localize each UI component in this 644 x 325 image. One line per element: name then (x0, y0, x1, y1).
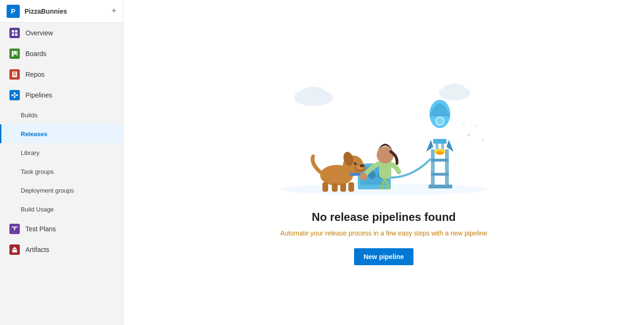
sidebar-item-label-taskgroups: Task groups (21, 168, 54, 175)
svg-rect-0 (12, 30, 14, 32)
svg-point-46 (354, 162, 357, 165)
svg-rect-52 (350, 173, 360, 176)
sidebar-item-label-artifacts: Artifacts (25, 246, 50, 253)
svg-rect-2 (12, 33, 14, 36)
svg-rect-49 (332, 183, 338, 192)
repos-icon (9, 69, 20, 80)
svg-rect-31 (433, 139, 446, 144)
svg-rect-26 (431, 173, 449, 176)
empty-illustration (266, 60, 502, 201)
sidebar-item-overview[interactable]: Overview (0, 23, 123, 43)
svg-point-58 (463, 122, 465, 124)
add-org-icon[interactable]: + (111, 6, 116, 16)
svg-point-30 (437, 118, 443, 124)
svg-point-7 (11, 94, 13, 96)
svg-rect-24 (445, 149, 449, 187)
svg-rect-33 (441, 144, 444, 149)
svg-point-59 (482, 139, 484, 141)
sidebar-item-artifacts[interactable]: Artifacts (0, 239, 123, 260)
testplans-icon (9, 224, 20, 234)
sidebar-item-label-boards: Boards (25, 50, 46, 57)
svg-rect-12 (12, 250, 17, 252)
sidebar-item-testplans[interactable]: Test Plans (0, 219, 123, 239)
empty-state-title: No release pipelines found (312, 211, 455, 224)
sidebar-header: P PizzaBunnies + (0, 0, 123, 23)
sidebar-item-label-repos: Repos (25, 71, 44, 78)
svg-rect-51 (348, 182, 354, 192)
main-content: No release pipelines found Automate your… (124, 0, 644, 325)
svg-point-22 (441, 90, 468, 100)
svg-rect-32 (436, 144, 438, 149)
org-name: PizzaBunnies (25, 8, 111, 15)
sidebar-item-boards[interactable]: Boards (0, 43, 123, 64)
sidebar-item-label-library: Library (21, 149, 40, 156)
new-pipeline-button[interactable]: New pipeline (354, 248, 413, 265)
sidebar-item-builds[interactable]: Builds (0, 106, 123, 124)
org-avatar: P (7, 5, 20, 18)
svg-rect-1 (15, 30, 17, 32)
svg-rect-25 (431, 159, 449, 162)
sidebar-item-label-builds: Builds (21, 112, 37, 119)
sidebar-item-label-pipelines: Pipelines (25, 91, 52, 99)
svg-rect-48 (322, 182, 328, 192)
boards-icon (9, 49, 20, 59)
sidebar-item-taskgroups[interactable]: Task groups (0, 162, 123, 181)
empty-state-subtitle: Automate your release process in a few e… (281, 229, 487, 237)
sidebar-item-label-deploymentgroups: Deployment groups (21, 187, 74, 194)
pipelines-icon (9, 90, 20, 100)
svg-point-10 (14, 96, 16, 98)
sidebar-item-pipelines[interactable]: Pipelines (0, 85, 123, 106)
sidebar-item-deploymentgroups[interactable]: Deployment groups (0, 181, 123, 200)
artifacts-icon (9, 244, 20, 255)
svg-rect-23 (431, 149, 435, 187)
sidebar-item-releases[interactable]: Releases (0, 124, 123, 143)
svg-rect-5 (14, 51, 16, 55)
svg-rect-6 (17, 51, 17, 56)
svg-rect-27 (429, 185, 452, 188)
svg-point-9 (16, 94, 18, 96)
sidebar-item-label-testplans: Test Plans (25, 225, 56, 233)
empty-state: No release pipelines found Automate your… (266, 60, 502, 265)
svg-point-57 (475, 125, 477, 127)
svg-point-45 (360, 164, 364, 167)
svg-point-8 (14, 92, 16, 94)
overview-icon (9, 28, 20, 38)
svg-point-47 (355, 162, 356, 163)
svg-rect-4 (12, 51, 14, 57)
sidebar: P PizzaBunnies + Overview Boards Repos P… (0, 0, 124, 325)
svg-point-35 (436, 151, 444, 155)
svg-rect-3 (15, 33, 17, 36)
svg-marker-13 (12, 247, 17, 249)
sidebar-item-buildusage[interactable]: Build Usage (0, 200, 123, 219)
sidebar-item-label-buildusage: Build Usage (21, 206, 54, 213)
svg-point-54 (377, 146, 394, 163)
svg-rect-50 (340, 183, 346, 192)
svg-point-18 (297, 94, 330, 106)
sidebar-item-repos[interactable]: Repos (0, 64, 123, 85)
svg-point-55 (360, 173, 367, 180)
sidebar-item-library[interactable]: Library (0, 143, 123, 162)
sidebar-item-label-releases: Releases (21, 130, 47, 138)
svg-point-56 (467, 134, 470, 137)
sidebar-item-label-overview: Overview (25, 29, 53, 37)
